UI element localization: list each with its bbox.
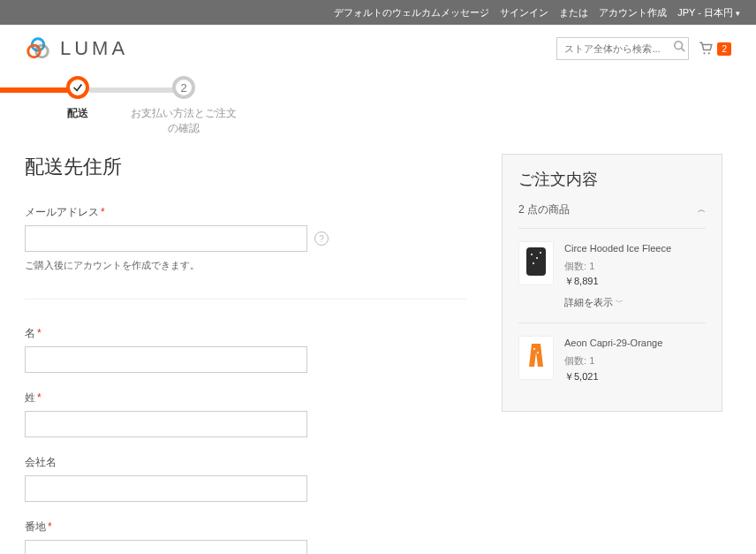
signin-link[interactable]: サインイン (500, 6, 548, 19)
logo[interactable]: LUMA (25, 35, 128, 62)
logo-text: LUMA (60, 37, 128, 60)
chevron-up-icon: ︿ (698, 204, 706, 216)
svg-point-3 (675, 42, 683, 49)
firstname-field[interactable] (25, 346, 307, 373)
top-bar: デフォルトのウェルカムメッセージ サインイン または アカウント作成 JPY -… (0, 0, 756, 25)
svg-point-10 (540, 252, 541, 254)
company-field[interactable] (25, 475, 307, 502)
step-shipping-label: 配送 (67, 106, 88, 121)
search-box (556, 37, 689, 60)
street-label: 番地* (25, 520, 466, 535)
cart-icon (698, 41, 714, 57)
item-price: ￥5,021 (564, 369, 662, 385)
cart-button[interactable]: 2 (698, 41, 731, 57)
welcome-message: デフォルトのウェルカムメッセージ (334, 6, 489, 19)
item-qty: 個数: 1 (564, 353, 662, 369)
item-price: ￥8,891 (564, 274, 671, 290)
chevron-down-icon: ﹀ (616, 296, 624, 308)
email-label: メールアドレス* (25, 205, 466, 220)
create-account-link[interactable]: アカウント作成 (599, 6, 667, 19)
lastname-label: 姓* (25, 391, 466, 406)
svg-point-6 (708, 52, 710, 54)
shipping-form: 配送先住所 メールアドレス* ? ご購入後にアカウントを作成できます。 名* 姓… (25, 154, 466, 554)
svg-point-9 (536, 257, 538, 259)
or-text: または (559, 6, 588, 19)
search-icon[interactable] (673, 40, 685, 52)
svg-point-8 (531, 254, 533, 255)
currency-switcher[interactable]: JPY - 日本円 ▾ (677, 6, 740, 19)
items-toggle[interactable]: 2 点の商品 ︿ (518, 202, 706, 217)
street-field-1[interactable] (25, 540, 307, 554)
svg-rect-7 (526, 247, 546, 276)
cart-item: Circe Hooded Ice Fleece 個数: 1 ￥8,891 詳細を… (518, 228, 706, 323)
divider (25, 299, 466, 300)
item-qty: 個数: 1 (564, 259, 671, 275)
checkmark-icon (66, 76, 89, 99)
step-payment-label: お支払い方法とご注文の確認 (131, 106, 237, 136)
firstname-label: 名* (25, 326, 466, 341)
svg-point-12 (533, 348, 535, 350)
svg-line-4 (682, 49, 685, 52)
product-image (518, 336, 554, 380)
order-summary: ご注文内容 2 点の商品 ︿ Circe Hooded Ice Fleece 個… (502, 154, 722, 412)
search-input[interactable] (556, 37, 689, 60)
cart-item: Aeon Capri-29-Orange 個数: 1 ￥5,021 (518, 323, 706, 397)
email-field[interactable] (25, 225, 307, 252)
page-title: 配送先住所 (25, 154, 466, 180)
email-note: ご購入後にアカウントを作成できます。 (25, 259, 466, 272)
item-name: Aeon Capri-29-Orange (564, 336, 662, 352)
cart-count-badge: 2 (717, 42, 731, 56)
summary-heading: ご注文内容 (518, 169, 706, 190)
details-toggle[interactable]: 詳細を表示 ﹀ (564, 295, 624, 311)
company-label: 会社名 (25, 455, 466, 470)
logo-icon (25, 35, 51, 62)
header: LUMA 2 (0, 25, 756, 67)
items-count-label: 2 点の商品 (518, 202, 570, 217)
product-image (518, 241, 554, 285)
step-payment-num: 2 (172, 76, 195, 99)
svg-point-13 (537, 352, 539, 353)
step-payment: 2 お支払い方法とご注文の確認 (131, 76, 237, 136)
checkout-progress: 配送 2 お支払い方法とご注文の確認 (0, 67, 756, 154)
svg-point-5 (704, 52, 706, 54)
svg-point-11 (533, 262, 534, 264)
help-icon[interactable]: ? (314, 231, 329, 246)
lastname-field[interactable] (25, 411, 307, 437)
item-name: Circe Hooded Ice Fleece (564, 241, 671, 257)
step-shipping: 配送 (25, 76, 131, 121)
